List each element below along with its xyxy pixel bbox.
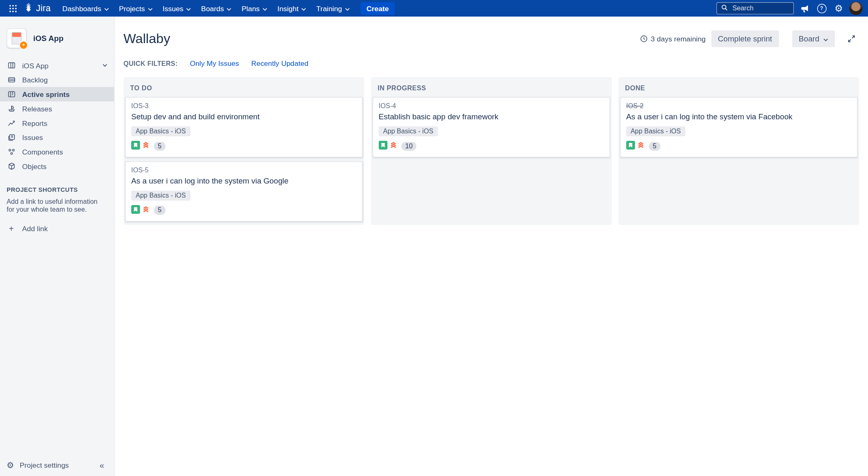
epic-label[interactable]: App Basics - iOS — [626, 126, 685, 136]
search-input[interactable] — [731, 4, 789, 12]
time-remaining: 3 days remaining — [640, 35, 706, 43]
chevron-down-icon — [823, 34, 828, 43]
chevron-down-icon — [301, 4, 306, 12]
issue-card[interactable]: IOS-3 Setup dev and and build environmen… — [125, 97, 363, 157]
cube-icon — [7, 162, 16, 171]
issue-key: IOS-5 — [131, 166, 356, 174]
top-navbar: Jira Dashboards Projects Issues Boards P… — [0, 0, 868, 17]
issue-key: IOS-2 — [626, 102, 851, 110]
epic-label[interactable]: App Basics - iOS — [131, 191, 190, 201]
issue-card[interactable]: IOS-4 Establish basic app dev framework … — [373, 97, 610, 157]
issue-card[interactable]: IOS-2 As a user i can log into the syste… — [620, 97, 858, 157]
priority-highest-icon — [389, 141, 397, 151]
navbar-right: ? ⚙ — [717, 2, 863, 15]
settings-gear-icon: ⚙ — [7, 461, 14, 469]
chevron-down-icon — [104, 4, 109, 12]
project-header: + iOS App — [0, 17, 114, 58]
issue-summary: As a user i can log into the system via … — [131, 176, 356, 185]
search-icon — [721, 3, 728, 13]
issue-summary: Setup dev and and build environment — [131, 112, 356, 121]
column-header: IN PROGRESS — [371, 77, 612, 97]
project-name: iOS App — [33, 34, 63, 43]
issues-icon — [7, 133, 16, 142]
project-avatar: + — [7, 28, 26, 48]
column-to-do: TO DO IOS-3 Setup dev and and build envi… — [123, 77, 364, 225]
board-main: Wallaby 3 days remaining Complete sprint… — [115, 17, 868, 476]
plus-icon: + — [7, 224, 16, 233]
feedback-megaphone-icon[interactable] — [798, 2, 811, 15]
nav-training[interactable]: Training — [311, 0, 355, 17]
add-link-button[interactable]: + Add link — [0, 221, 114, 236]
board-icon — [7, 60, 16, 70]
nav-insight[interactable]: Insight — [272, 0, 311, 17]
project-settings-button[interactable]: Project settings — [19, 461, 69, 469]
filter-recently-updated[interactable]: Recently Updated — [251, 59, 308, 68]
sidebar-item-backlog[interactable]: Backlog — [0, 72, 114, 87]
app-switcher-icon[interactable] — [5, 1, 20, 16]
collapse-sidebar-icon[interactable]: « — [96, 459, 108, 471]
fullscreen-expand-icon[interactable] — [844, 31, 859, 46]
top-menu: Dashboards Projects Issues Boards Plans … — [58, 0, 355, 17]
project-sidebar: + iOS App iOS App — [0, 17, 115, 476]
board-header: Wallaby 3 days remaining Complete sprint… — [123, 31, 859, 47]
sidebar-item-releases[interactable]: Releases — [0, 101, 114, 116]
chevron-down-icon — [262, 4, 267, 12]
column-done: DONE IOS-2 As a user i can log into the … — [618, 77, 859, 225]
board-columns: TO DO IOS-3 Setup dev and and build envi… — [123, 77, 859, 225]
sidebar-item-components[interactable]: Components — [0, 145, 114, 159]
nav-plans[interactable]: Plans — [237, 0, 272, 17]
column-header: DONE — [618, 77, 859, 97]
epic-label[interactable]: App Basics - iOS — [379, 126, 438, 136]
estimate-badge: 5 — [649, 142, 661, 151]
chevron-down-icon — [345, 4, 350, 12]
story-type-icon — [626, 140, 635, 152]
chevron-down-icon — [148, 4, 153, 12]
nav-issues[interactable]: Issues — [158, 0, 196, 17]
sidebar-item-active-sprints[interactable]: Active sprints — [0, 87, 114, 101]
jira-logo-text: Jira — [36, 3, 51, 13]
project-shortcuts-heading: PROJECT SHORTCUTS — [7, 186, 107, 193]
create-button[interactable]: Create — [360, 2, 395, 15]
priority-highest-icon — [142, 205, 150, 215]
story-type-icon — [131, 140, 140, 152]
sprints-board-icon — [7, 89, 16, 99]
board-view-dropdown[interactable]: Board — [792, 31, 834, 47]
sidebar-item-issues[interactable]: Issues — [0, 130, 114, 145]
sidebar-item-reports[interactable]: Reports — [0, 116, 114, 130]
issue-card[interactable]: IOS-5 As a user i can log into the syste… — [125, 161, 363, 222]
chart-icon — [7, 118, 16, 128]
chevron-down-icon — [227, 4, 232, 12]
backlog-icon — [7, 75, 16, 85]
sidebar-item-objects[interactable]: Objects — [0, 159, 114, 174]
nav-projects[interactable]: Projects — [114, 0, 158, 17]
story-type-icon — [379, 140, 387, 152]
complete-sprint-button[interactable]: Complete sprint — [711, 31, 779, 47]
priority-highest-icon — [142, 141, 150, 151]
sidebar-footer: ⚙ Project settings « — [0, 454, 114, 476]
jira-logo-icon — [23, 2, 34, 15]
sidebar-item-ios-app[interactable]: iOS App — [0, 58, 114, 72]
issue-key: IOS-3 — [131, 102, 356, 110]
estimate-badge: 10 — [402, 142, 417, 151]
clock-icon — [640, 35, 648, 43]
story-type-icon — [131, 205, 140, 216]
help-icon[interactable]: ? — [815, 2, 828, 15]
jira-logo[interactable]: Jira — [22, 2, 55, 15]
epic-label[interactable]: App Basics - iOS — [131, 126, 190, 136]
navbar-search[interactable] — [717, 2, 794, 14]
nav-boards[interactable]: Boards — [196, 0, 237, 17]
jira-board-page: Jira Dashboards Projects Issues Boards P… — [0, 0, 868, 476]
user-avatar[interactable] — [849, 2, 863, 15]
column-header: TO DO — [123, 77, 364, 97]
filter-only-my-issues[interactable]: Only My Issues — [190, 59, 239, 68]
chevron-down-icon — [186, 4, 191, 12]
ship-icon — [7, 104, 16, 114]
components-icon — [7, 147, 16, 157]
sprint-title: Wallaby — [123, 31, 170, 46]
issue-summary: As a user i can log into the system via … — [626, 112, 851, 121]
project-avatar-badge: + — [19, 41, 28, 50]
nav-dashboards[interactable]: Dashboards — [58, 0, 114, 17]
estimate-badge: 5 — [154, 206, 166, 215]
quick-filters-bar: QUICK FILTERS: Only My Issues Recently U… — [123, 59, 859, 68]
settings-gear-icon[interactable]: ⚙ — [832, 2, 845, 15]
